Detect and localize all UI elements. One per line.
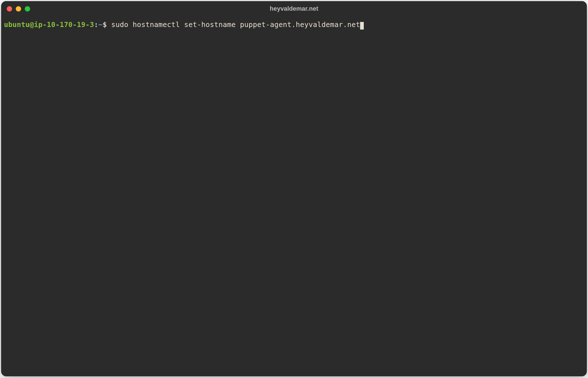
close-icon[interactable] [7,6,12,12]
maximize-icon[interactable] [25,6,30,12]
terminal-body[interactable]: ubuntu@ip-10-170-19-3:~$ sudo hostnamect… [1,16,587,376]
command-input[interactable]: sudo hostnamectl set-hostname puppet-age… [107,21,360,29]
terminal-window: heyvaldemar.net ubuntu@ip-10-170-19-3:~$… [1,1,587,376]
prompt-user-host: ubuntu@ip-10-170-19-3 [4,21,94,29]
command-text: sudo hostnamectl set-hostname puppet-age… [111,21,360,29]
prompt-path: ~ [98,21,103,29]
cursor-icon [360,22,364,30]
traffic-lights [7,6,30,12]
prompt-separator: : [94,21,98,29]
minimize-icon[interactable] [16,6,21,12]
prompt-symbol: $ [103,21,107,29]
titlebar: heyvaldemar.net [1,1,587,16]
window-title: heyvaldemar.net [270,5,318,12]
